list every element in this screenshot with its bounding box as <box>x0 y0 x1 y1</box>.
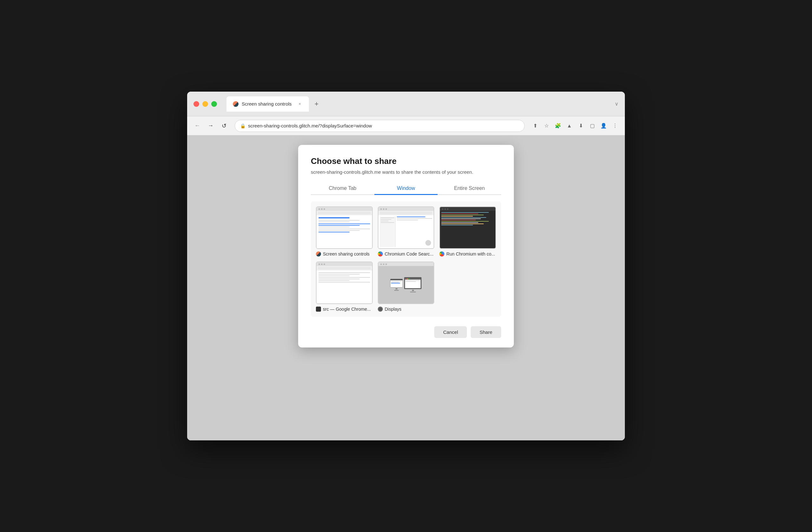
window-grid-top: Screen sharing controls <box>316 206 496 256</box>
window-label-2: Chromium Code Searc... <box>378 251 435 256</box>
window-grid-container: Screen sharing controls <box>311 201 501 317</box>
window-label-1: Screen sharing controls <box>316 251 373 256</box>
lock-icon: 🔒 <box>240 123 246 129</box>
menu-button[interactable]: ⋮ <box>610 121 620 131</box>
new-tab-button[interactable]: + <box>311 99 322 109</box>
window-label-5: Displays <box>378 307 435 312</box>
window-title-3: Run Chromium with co... <box>446 251 495 256</box>
content-area: Choose what to share screen-sharing-cont… <box>187 135 625 440</box>
window-item-2[interactable]: Chromium Code Searc... <box>378 206 435 256</box>
address-text: screen-sharing-controls.glitch.me/?displ… <box>248 123 519 129</box>
window-label-3: Run Chromium with co... <box>439 251 496 256</box>
extensions-button[interactable]: 🧩 <box>553 121 563 131</box>
window-title-4: src — Google Chrome... <box>323 307 371 312</box>
window-thumb-3 <box>439 206 496 249</box>
share-dialog: Choose what to share screen-sharing-cont… <box>298 145 514 348</box>
share-page-button[interactable]: ⬆ <box>530 121 540 131</box>
window-title-1: Screen sharing controls <box>323 251 369 256</box>
window-item-3[interactable]: Run Chromium with co... <box>439 206 496 256</box>
tabs-chevron-icon[interactable]: ∨ <box>615 101 619 107</box>
back-button[interactable]: ← <box>192 121 202 131</box>
window-title-5: Displays <box>385 307 402 312</box>
window-favicon-1 <box>316 251 321 256</box>
window-item-4[interactable]: src — Google Chrome... <box>316 262 373 312</box>
traffic-lights <box>193 101 217 107</box>
address-bar[interactable]: 🔒 screen-sharing-controls.glitch.me/?dis… <box>235 120 525 132</box>
minimize-button[interactable] <box>202 101 208 107</box>
tab-close-button[interactable]: × <box>297 101 303 107</box>
tab-window[interactable]: Window <box>374 182 438 194</box>
active-tab[interactable]: Screen sharing controls × <box>227 97 309 112</box>
download-button[interactable]: ⬇ <box>576 121 585 131</box>
profile-button[interactable]: 👤 <box>599 121 608 131</box>
dialog-title: Choose what to share <box>311 156 501 166</box>
window-label-4: src — Google Chrome... <box>316 307 373 312</box>
dialog-footer: Cancel Share <box>311 323 501 338</box>
cancel-button[interactable]: Cancel <box>434 326 467 338</box>
window-item-1[interactable]: Screen sharing controls <box>316 206 373 256</box>
bookmark-button[interactable]: ☆ <box>542 121 551 131</box>
split-view-button[interactable]: ▢ <box>588 121 597 131</box>
tab-title: Screen sharing controls <box>242 101 294 106</box>
tab-favicon-icon <box>233 101 238 107</box>
maximize-button[interactable] <box>211 101 217 107</box>
tab-bar: Screen sharing controls × + ∨ <box>227 97 619 112</box>
window-thumb-5 <box>378 262 435 304</box>
extension-extra-button[interactable]: ▲ <box>565 121 574 131</box>
window-thumb-2 <box>378 206 435 249</box>
nav-actions: ⬆ ☆ 🧩 ▲ ⬇ ▢ 👤 ⋮ <box>530 121 620 131</box>
forward-button[interactable]: → <box>205 121 216 131</box>
window-favicon-3 <box>439 251 444 256</box>
title-bar: Screen sharing controls × + ∨ <box>187 92 625 116</box>
dialog-overlay: Choose what to share screen-sharing-cont… <box>187 135 625 440</box>
close-button[interactable] <box>193 101 199 107</box>
nav-bar: ← → ↺ 🔒 screen-sharing-controls.glitch.m… <box>187 116 625 135</box>
refresh-button[interactable]: ↺ <box>219 121 229 131</box>
window-favicon-2 <box>378 251 383 256</box>
window-favicon-4 <box>316 307 321 312</box>
share-button[interactable]: Share <box>471 326 501 338</box>
tab-entire-screen[interactable]: Entire Screen <box>438 182 501 194</box>
window-item-5[interactable]: Displays <box>378 262 435 312</box>
browser-window: Screen sharing controls × + ∨ ← → ↺ 🔒 sc… <box>187 92 625 440</box>
share-tabs: Chrome Tab Window Entire Screen <box>311 182 501 195</box>
window-thumb-4 <box>316 262 373 304</box>
dialog-subtitle: screen-sharing-controls.glitch.me wants … <box>311 169 501 175</box>
window-favicon-5 <box>378 307 383 312</box>
window-title-2: Chromium Code Searc... <box>385 251 434 256</box>
window-grid-bottom: src — Google Chrome... <box>316 262 496 312</box>
tab-chrome-tab[interactable]: Chrome Tab <box>311 182 374 194</box>
window-thumb-1 <box>316 206 373 249</box>
